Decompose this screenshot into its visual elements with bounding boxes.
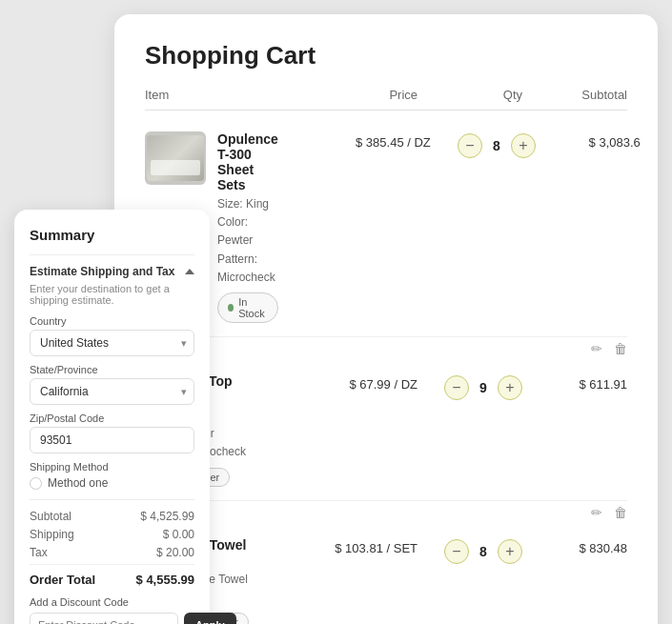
shipping-description: Enter your destination to get a shipping… bbox=[30, 283, 194, 306]
summary-card: Summary Estimate Shipping and Tax Enter … bbox=[14, 210, 210, 624]
item-qty-1: − 8 + bbox=[431, 131, 536, 158]
item-color-1: Color: Pewter bbox=[217, 213, 278, 250]
shipping-method-option: Method one bbox=[30, 476, 194, 490]
item-name-1: Opulence T-300 Sheet Sets bbox=[217, 131, 278, 192]
col-item: Item bbox=[145, 88, 265, 102]
order-total-row: Order Total $ 4,555.99 bbox=[30, 564, 194, 587]
tax-row: Tax $ 20.00 bbox=[30, 546, 194, 559]
item-actions-2: ✏ 🗑 bbox=[145, 501, 627, 524]
col-subtotal: Subtotal bbox=[522, 88, 627, 102]
edit-icon-2[interactable]: ✏ bbox=[591, 505, 602, 520]
state-label: State/Province bbox=[30, 364, 194, 375]
item-price-2: $ 67.99 / DZ bbox=[265, 373, 417, 392]
col-price: Price bbox=[265, 88, 417, 102]
qty-value-3: 8 bbox=[475, 544, 492, 559]
summary-totals: Subtotal $ 4,525.99 Shipping $ 0.00 Tax … bbox=[30, 499, 194, 559]
shipping-method-group: Shipping Method Method one bbox=[30, 461, 194, 490]
shipping-method-value: Method one bbox=[48, 476, 108, 490]
item-qty-2: − 9 + bbox=[417, 373, 522, 400]
zip-group: Zip/Postal Code bbox=[30, 413, 194, 453]
qty-decrease-1[interactable]: − bbox=[458, 133, 482, 158]
delete-icon-2[interactable]: 🗑 bbox=[614, 505, 627, 520]
table-row: Vela Uniti Top Sheets Size: King Color: … bbox=[145, 360, 627, 501]
qty-value-2: 9 bbox=[475, 380, 492, 395]
qty-decrease-2[interactable]: − bbox=[444, 375, 469, 400]
discount-label: Add a Discount Code bbox=[30, 596, 194, 608]
chevron-up-icon[interactable] bbox=[185, 269, 194, 274]
total-label: Order Total bbox=[30, 573, 95, 587]
qty-increase-2[interactable]: + bbox=[498, 375, 522, 400]
table-row: Opulence Towel Sets Style: 8-Piece Towel… bbox=[145, 524, 627, 625]
radio-icon[interactable] bbox=[30, 477, 42, 490]
item-details-1: Opulence T-300 Sheet Sets Size: King Col… bbox=[217, 131, 278, 323]
qty-value-1: 8 bbox=[488, 138, 505, 153]
item-subtotal-3: $ 830.48 bbox=[522, 537, 627, 555]
total-value: $ 4,555.99 bbox=[136, 573, 194, 587]
tax-label: Tax bbox=[30, 546, 48, 559]
shipping-section-title: Estimate Shipping and Tax bbox=[30, 265, 174, 278]
shipping-row-value: $ 0.00 bbox=[163, 528, 194, 541]
table-row: Opulence T-300 Sheet Sets Size: King Col… bbox=[145, 118, 627, 337]
item-image-1 bbox=[145, 131, 206, 185]
state-group: State/Province California bbox=[30, 364, 194, 405]
item-qty-3: − 8 + bbox=[417, 537, 522, 564]
cart-table-header: Item Price Qty Subtotal bbox=[145, 88, 627, 111]
tax-value: $ 20.00 bbox=[156, 546, 194, 559]
item-subtotal-1: $ 3,083.6 bbox=[536, 131, 641, 150]
shipping-row: Shipping $ 0.00 bbox=[30, 528, 194, 541]
zip-input[interactable] bbox=[30, 427, 194, 453]
delete-icon-1[interactable]: 🗑 bbox=[614, 341, 627, 356]
item-price-1: $ 385.45 / DZ bbox=[278, 131, 431, 150]
shipping-estimate-section: Estimate Shipping and Tax Enter your des… bbox=[30, 254, 194, 490]
qty-increase-3[interactable]: + bbox=[498, 539, 522, 564]
country-group: Country United States bbox=[30, 315, 194, 356]
item-badge-in-stock: In Stock bbox=[217, 292, 278, 323]
qty-decrease-3[interactable]: − bbox=[444, 539, 469, 564]
apply-discount-button[interactable]: Apply bbox=[184, 613, 236, 624]
col-qty: Qty bbox=[417, 88, 522, 102]
discount-row: Apply bbox=[30, 613, 194, 624]
item-size-1: Size: King bbox=[217, 195, 278, 213]
item-subtotal-2: $ 611.91 bbox=[522, 373, 627, 392]
item-price-3: $ 103.81 / SET bbox=[265, 537, 417, 555]
shipping-method-label: Shipping Method bbox=[30, 461, 194, 473]
item-pattern-1: Pattern: Microcheck bbox=[217, 251, 278, 287]
shipping-header: Estimate Shipping and Tax bbox=[30, 265, 194, 278]
country-select-wrapper: United States bbox=[30, 330, 194, 356]
cart-title: Shopping Cart bbox=[145, 41, 627, 70]
edit-icon-1[interactable]: ✏ bbox=[591, 341, 602, 356]
item-actions-1: ✏ 🗑 bbox=[145, 337, 627, 360]
subtotal-row: Subtotal $ 4,525.99 bbox=[30, 510, 194, 523]
country-label: Country bbox=[30, 315, 194, 327]
qty-increase-1[interactable]: + bbox=[511, 133, 536, 158]
discount-input[interactable] bbox=[30, 613, 178, 624]
subtotal-value: $ 4,525.99 bbox=[140, 510, 194, 523]
country-select[interactable]: United States bbox=[30, 330, 194, 356]
shipping-row-label: Shipping bbox=[30, 528, 74, 541]
zip-label: Zip/Postal Code bbox=[30, 413, 194, 424]
subtotal-label: Subtotal bbox=[30, 510, 71, 523]
state-select[interactable]: California bbox=[30, 378, 194, 405]
state-select-wrapper: California bbox=[30, 378, 194, 405]
summary-title: Summary bbox=[30, 227, 194, 243]
badge-dot-icon bbox=[228, 304, 234, 312]
